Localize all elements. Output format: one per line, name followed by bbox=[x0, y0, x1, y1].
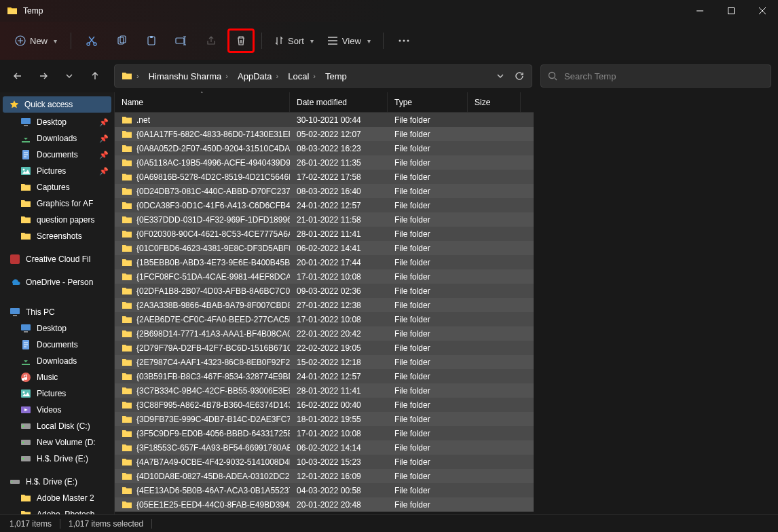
paste-button[interactable] bbox=[138, 28, 165, 53]
folder-icon bbox=[122, 400, 132, 411]
table-row[interactable]: {4EE13AD6-5B0B-46A7-ACA3-0B1A55237... 04… bbox=[115, 483, 534, 497]
breadcrumb-item[interactable]: AppData› bbox=[234, 65, 284, 87]
table-row[interactable]: .net 30-10-2021 00:44 File folder bbox=[115, 113, 534, 127]
svg-point-2 bbox=[87, 43, 90, 45]
sidebar-item[interactable]: Desktop📌 bbox=[0, 114, 114, 130]
table-row[interactable]: {2B698D14-7771-41A3-AAA1-BF4B08CA0... 22… bbox=[115, 326, 534, 341]
table-row[interactable]: {2AEB6D7E-CF0C-4FA0-BEED-277CAC5E3... 17… bbox=[115, 312, 534, 326]
refresh-button[interactable] bbox=[510, 71, 529, 81]
sidebar-item[interactable]: question papers bbox=[0, 212, 114, 228]
new-button[interactable]: New ▾ bbox=[8, 28, 64, 53]
table-row[interactable]: {2A3A338B-9866-4BAB-9A79-8F007CBD8... 27… bbox=[115, 298, 534, 312]
folder-icon bbox=[122, 300, 132, 311]
table-row[interactable]: {3F18553C-657F-4A93-BF54-66991780AE6... … bbox=[115, 440, 534, 455]
document-icon bbox=[20, 149, 31, 160]
sidebar-item[interactable]: Pictures bbox=[0, 385, 114, 402]
table-row[interactable]: {1B5EBB0B-ABD3-4E73-9E6E-B400B45B1... 20… bbox=[115, 255, 534, 269]
svg-rect-21 bbox=[21, 324, 31, 330]
table-row[interactable]: {0A5118AC-19B5-4996-ACFE-4940439D9... 26… bbox=[115, 155, 534, 170]
share-button[interactable] bbox=[198, 28, 225, 53]
file-list[interactable]: .net 30-10-2021 00:44 File folder {0A1A1… bbox=[115, 113, 534, 514]
sidebar-item[interactable]: Captures bbox=[0, 179, 114, 195]
forward-button[interactable] bbox=[33, 65, 54, 87]
table-row[interactable]: {2E7987C4-AAF1-4323-86C8-8EB0F92F23... 1… bbox=[115, 355, 534, 369]
table-row[interactable]: {3F5C9DF9-ED0B-4056-BBBD-64331725E5... 1… bbox=[115, 426, 534, 440]
music-icon bbox=[20, 372, 31, 383]
chevron-down-icon: ▾ bbox=[54, 37, 57, 45]
up-button[interactable] bbox=[84, 65, 106, 87]
table-row[interactable]: {3C7B334C-9B4C-42CF-BB55-93006E3E9... 28… bbox=[115, 383, 534, 398]
column-name[interactable]: Name ˄ bbox=[115, 92, 290, 112]
table-row[interactable]: {1FCF08FC-51DA-4CAE-9981-44EF8DCA5... 17… bbox=[115, 269, 534, 284]
sidebar-item[interactable]: Graphics for AF bbox=[0, 195, 114, 212]
sidebar-item[interactable]: Downloads bbox=[0, 353, 114, 369]
search-input[interactable]: Search Temp bbox=[540, 64, 771, 88]
address-dropdown[interactable] bbox=[491, 73, 510, 79]
address-bar[interactable]: › Himanshu Sharma› AppData› Local› Temp bbox=[114, 64, 532, 88]
table-row[interactable]: {0F020308-90C4-4621-8C53-4CE7775A6A... 2… bbox=[115, 227, 534, 241]
table-row[interactable]: {0A8A052D-2F07-450D-9204-31510C4DA... 08… bbox=[115, 141, 534, 155]
quick-access[interactable]: Quick access bbox=[3, 96, 111, 113]
column-date[interactable]: Date modified bbox=[290, 92, 388, 112]
table-row[interactable]: {0E337DDD-031D-4F32-969F-1DFD189964... 2… bbox=[115, 212, 534, 227]
sidebar-item[interactable]: Screenshots bbox=[0, 228, 114, 244]
table-row[interactable]: {05EE1E25-EED4-44C0-8FAB-E49BD39420... 2… bbox=[115, 497, 534, 512]
sidebar-item[interactable]: OneDrive - Person bbox=[0, 274, 114, 290]
sidebar-item[interactable]: Pictures📌 bbox=[0, 163, 114, 179]
table-row[interactable]: {02DFA1B8-2B07-4D03-AFBB-8A6BC7C0... 09-… bbox=[115, 284, 534, 298]
folder-icon bbox=[20, 214, 31, 225]
folder-icon bbox=[122, 186, 132, 197]
sort-button[interactable]: Sort ▾ bbox=[269, 28, 319, 53]
close-button[interactable] bbox=[747, 0, 778, 22]
view-button[interactable]: View ▾ bbox=[322, 28, 376, 53]
sidebar-item[interactable]: Videos bbox=[0, 402, 114, 418]
drive-expanded[interactable]: H.$. Drive (E:) bbox=[0, 474, 114, 490]
table-row[interactable]: {0D24DB73-081C-440C-ABBD-D70FC2371... 08… bbox=[115, 184, 534, 198]
sidebar-item[interactable]: Creative Cloud Fil bbox=[0, 251, 114, 267]
cut-button[interactable] bbox=[78, 28, 105, 53]
back-button[interactable] bbox=[7, 65, 29, 87]
svg-rect-0 bbox=[728, 8, 735, 14]
star-icon bbox=[10, 100, 19, 109]
table-row[interactable]: {01C0FBD6-4623-4381-9E8C-DF3D5ABF8... 06… bbox=[115, 241, 534, 255]
delete-button[interactable] bbox=[227, 28, 255, 53]
table-row[interactable]: {4D10DA8E-0827-45D8-ADEA-03102DC2... 12-… bbox=[115, 469, 534, 483]
sidebar-item[interactable]: Documents📌 bbox=[0, 147, 114, 163]
table-row[interactable]: {03B591FB-B8C3-467F-8534-328774E9BD... 2… bbox=[115, 369, 534, 383]
maximize-button[interactable] bbox=[716, 0, 747, 22]
sidebar-item[interactable]: Adobe_Photosh bbox=[0, 506, 114, 514]
sidebar-item[interactable]: Downloads📌 bbox=[0, 130, 114, 147]
sidebar-item[interactable]: H.$. Drive (E:) bbox=[0, 451, 114, 467]
copy-button[interactable] bbox=[108, 28, 135, 53]
sidebar-item[interactable]: Adobe Master 2 bbox=[0, 490, 114, 506]
recent-button[interactable] bbox=[58, 65, 80, 87]
breadcrumb-item[interactable]: Temp bbox=[321, 65, 351, 87]
rename-button[interactable] bbox=[168, 28, 195, 53]
cc-icon bbox=[10, 254, 20, 265]
table-row[interactable]: {2D79F79A-D2FB-42F7-BC6D-1516B6710... 22… bbox=[115, 341, 534, 355]
table-row[interactable]: {4A7B7A49-0CBE-4F42-9032-5141008D4D... 1… bbox=[115, 455, 534, 469]
pin-icon: 📌 bbox=[99, 151, 109, 159]
sidebar-item[interactable]: Local Disk (C:) bbox=[0, 418, 114, 434]
sidebar-item[interactable]: Desktop bbox=[0, 320, 114, 337]
sidebar-item[interactable]: New Volume (D: bbox=[0, 434, 114, 451]
more-button[interactable] bbox=[390, 28, 418, 53]
breadcrumb-item[interactable]: Local› bbox=[284, 65, 321, 87]
table-row[interactable]: {3D9FB73E-999C-4DB7-B14C-D2AE3FC7A... 18… bbox=[115, 412, 534, 426]
svg-point-12 bbox=[549, 73, 555, 79]
breadcrumb-root[interactable]: › bbox=[117, 65, 145, 87]
svg-rect-25 bbox=[21, 390, 31, 398]
minimize-button[interactable] bbox=[684, 0, 716, 22]
table-row[interactable]: {0DCA38F3-0D1C-41F6-A413-C6D6CFB4... 24-… bbox=[115, 198, 534, 212]
table-row[interactable]: {3C88F995-A862-4B78-B360-4E6374D143... 1… bbox=[115, 398, 534, 412]
table-row[interactable]: {0A1A17F5-682C-4833-86D0-71430E31EF... 0… bbox=[115, 127, 534, 141]
sidebar-item[interactable]: Documents bbox=[0, 337, 114, 353]
svg-rect-14 bbox=[24, 125, 28, 126]
breadcrumb-item[interactable]: Himanshu Sharma› bbox=[145, 65, 234, 87]
sidebar-item[interactable]: Music bbox=[0, 369, 114, 385]
this-pc[interactable]: This PC bbox=[0, 304, 114, 320]
column-type[interactable]: Type bbox=[388, 92, 468, 112]
table-row[interactable]: {0A69816B-5278-4D2C-8519-4D21C5646B... 1… bbox=[115, 170, 534, 184]
svg-rect-19 bbox=[10, 308, 20, 314]
column-size[interactable]: Size bbox=[468, 92, 521, 112]
